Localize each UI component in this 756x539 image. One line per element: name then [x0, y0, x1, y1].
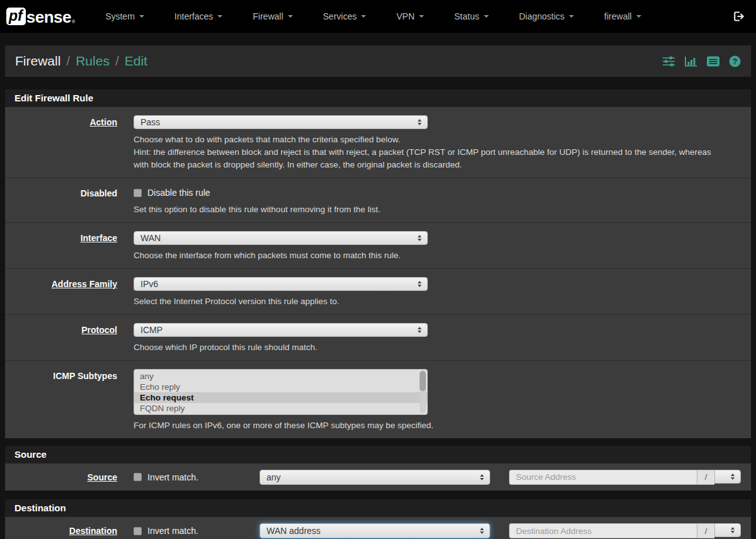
menu-firewall-custom[interactable]: firewall — [589, 0, 656, 33]
source-mask-separator: / — [697, 470, 714, 485]
action-label: Action — [5, 107, 117, 178]
action-help: Choose what to do with packets that matc… — [134, 133, 735, 178]
select-spinner-icon — [731, 527, 735, 533]
caret-down-icon — [484, 15, 489, 18]
destination-panel: Destination Destination Invert match. WA… — [5, 499, 751, 539]
disable-rule-checkbox-label: Disable this rule — [147, 188, 210, 198]
disabled-row: Disabled Disable this rule Set this opti… — [5, 178, 751, 223]
caret-down-icon — [361, 15, 366, 18]
listbox-scrollbar[interactable] — [420, 371, 426, 413]
menu-status[interactable]: Status — [439, 0, 504, 33]
caret-down-icon — [569, 15, 574, 18]
caret-down-icon — [288, 15, 293, 18]
address-family-label: Address Family — [5, 269, 117, 314]
destination-invert-label: Invert match. — [147, 526, 198, 536]
source-row: Source Invert match. any / — [5, 463, 751, 491]
source-address-group: / — [509, 470, 741, 485]
breadcrumb-section: Firewall — [15, 54, 60, 69]
menu-interfaces[interactable]: Interfaces — [159, 0, 238, 33]
pfsense-logo[interactable]: pf sense ® — [6, 8, 75, 25]
select-spinner-icon — [418, 327, 421, 333]
menu-system[interactable]: System — [90, 0, 159, 33]
caret-down-icon — [636, 15, 641, 18]
bar-chart-icon[interactable] — [684, 55, 697, 67]
protocol-row: Protocol ICMP Choose which IP protocol t… — [5, 315, 751, 361]
disabled-label: Disabled — [5, 178, 117, 222]
pfsense-logo-pf: pf — [6, 8, 26, 25]
select-spinner-icon — [418, 119, 421, 125]
icmp-subtypes-listbox[interactable]: any Echo reply Echo request FQDN reply — [134, 369, 428, 415]
menu-firewall[interactable]: Firewall — [238, 0, 307, 33]
source-panel: Source Source Invert match. any — [5, 446, 751, 491]
breadcrumb-bar: Firewall / Rules / Edit — [5, 45, 751, 77]
listbox-option[interactable]: Echo reply — [134, 382, 427, 392]
caret-down-icon — [139, 15, 144, 18]
svg-text:?: ? — [733, 57, 738, 65]
destination-invert-checkbox[interactable] — [134, 527, 142, 535]
select-spinner-icon — [418, 235, 421, 241]
source-type-select-value: any — [266, 472, 281, 482]
page-action-icons: ? — [662, 55, 741, 67]
caret-down-icon — [217, 15, 222, 18]
menu-diagnostics[interactable]: Diagnostics — [504, 0, 589, 33]
disable-rule-checkbox[interactable] — [134, 189, 142, 197]
destination-mask-select[interactable] — [714, 523, 741, 537]
icmp-subtypes-row: ICMP Subtypes any Echo reply Echo reques… — [5, 361, 751, 438]
icmp-subtypes-help: For ICMP rules on IPv6, one or more of t… — [134, 419, 735, 438]
destination-type-select-value: WAN address — [266, 526, 321, 536]
select-spinner-icon — [480, 474, 484, 480]
source-mask-select[interactable] — [714, 470, 741, 484]
logout-button[interactable] — [732, 10, 745, 23]
scrollbar-thumb[interactable] — [420, 371, 426, 391]
destination-row: Destination Invert match. WAN address — [5, 517, 751, 539]
interface-label: Interface — [5, 223, 117, 268]
source-invert-checkbox[interactable] — [134, 473, 142, 481]
listbox-option[interactable]: FQDN reply — [134, 403, 427, 414]
destination-address-group: / — [509, 523, 741, 538]
destination-address-input[interactable] — [509, 523, 697, 538]
sign-out-icon — [732, 10, 745, 23]
top-navbar: pf sense ® System Interfaces Firewall Se… — [0, 0, 756, 33]
protocol-select[interactable]: ICMP — [134, 323, 428, 337]
help-icon[interactable]: ? — [729, 55, 741, 67]
select-spinner-icon — [418, 281, 421, 287]
caret-down-icon — [419, 15, 424, 18]
menu-vpn[interactable]: VPN — [381, 0, 439, 33]
select-spinner-icon — [480, 528, 484, 534]
pfsense-logo-sense: sense — [26, 9, 71, 25]
destination-type-select[interactable]: WAN address — [260, 523, 490, 538]
interface-select-value: WAN — [140, 233, 161, 243]
address-family-help: Select the Internet Protocol version thi… — [134, 295, 735, 314]
listbox-option-selected[interactable]: Echo request — [134, 392, 427, 403]
listbox-option[interactable]: any — [134, 371, 427, 382]
source-invert-label: Invert match. — [147, 472, 198, 482]
source-address-input[interactable] — [509, 470, 697, 485]
breadcrumb-edit-link[interactable]: Edit — [125, 54, 147, 69]
destination-panel-title: Destination — [5, 499, 751, 517]
address-family-select[interactable]: IPv6 — [134, 277, 428, 291]
action-row: Action Pass Choose what to do with packe… — [5, 107, 751, 178]
edit-firewall-rule-panel: Edit Firewall Rule Action Pass Choose wh… — [5, 89, 751, 438]
source-type-select[interactable]: any — [260, 470, 490, 485]
source-label: Source — [5, 472, 117, 482]
protocol-label: Protocol — [5, 315, 117, 360]
icmp-subtypes-label: ICMP Subtypes — [5, 361, 117, 438]
address-family-row: Address Family IPv6 Select the Internet … — [5, 269, 751, 315]
address-family-select-value: IPv6 — [140, 279, 158, 289]
registered-mark: ® — [72, 20, 75, 24]
destination-mask-separator: / — [697, 523, 714, 538]
action-select-value: Pass — [140, 117, 160, 127]
main-menu: System Interfaces Firewall Services VPN … — [90, 0, 656, 33]
interface-select[interactable]: WAN — [134, 231, 428, 245]
disabled-help: Set this option to disable this rule wit… — [134, 203, 735, 222]
menu-services[interactable]: Services — [308, 0, 382, 33]
log-file-icon[interactable] — [706, 55, 720, 67]
panel-title: Edit Firewall Rule — [5, 89, 751, 107]
sliders-icon[interactable] — [662, 55, 675, 67]
breadcrumb-rules-link[interactable]: Rules — [76, 54, 110, 69]
destination-label: Destination — [5, 526, 117, 536]
action-select[interactable]: Pass — [134, 115, 428, 129]
protocol-select-value: ICMP — [140, 325, 163, 335]
source-panel-title: Source — [5, 446, 751, 463]
interface-help: Choose the interface from which packets … — [134, 249, 735, 268]
